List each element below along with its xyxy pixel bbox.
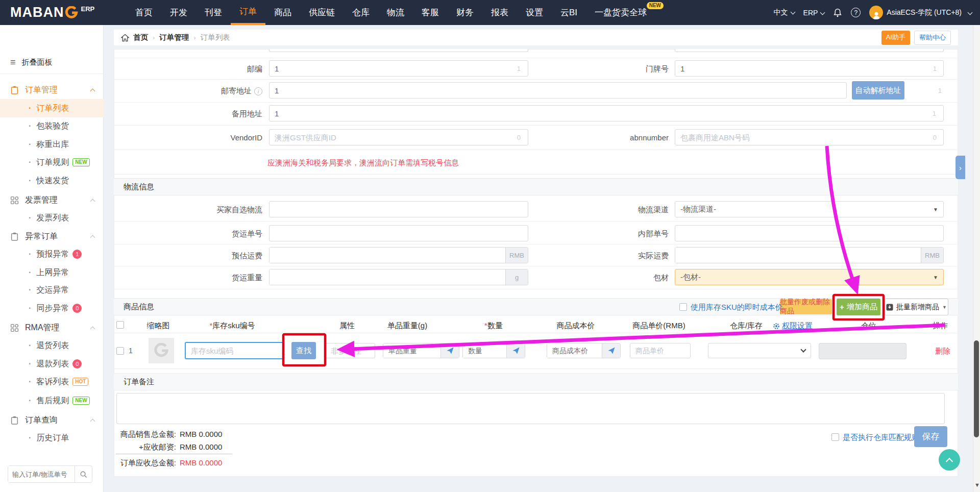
sidebar-group-rma-mgmt[interactable]: RMA管理 <box>0 318 104 337</box>
sidebar-group-invoice-mgmt[interactable]: 发票管理 <box>0 191 104 209</box>
sidebar-group-order-mgmt[interactable]: 订单管理 <box>0 81 104 99</box>
menu-orders[interactable]: 订单 <box>231 0 265 25</box>
buyer-logistics-input[interactable] <box>269 201 528 217</box>
menu-develop[interactable]: 开发 <box>161 0 196 25</box>
warehouse-select[interactable] <box>708 343 811 358</box>
permission-settings-link[interactable]: 权限设置 <box>773 321 813 331</box>
sidebar-item-sync-abnormal[interactable]: ·同步异常 0 <box>0 299 104 317</box>
row-index: 1 <box>129 347 133 355</box>
sidebar-item-order-rules[interactable]: ·订单规则 NEW <box>0 153 104 171</box>
menu-global-stock[interactable]: 一盘货卖全球 NEW <box>586 0 655 25</box>
collapse-panel-button[interactable]: ≡ 折叠面板 <box>0 53 104 71</box>
menu-reports[interactable]: 报表 <box>482 0 517 25</box>
mabang-logo[interactable]: MABAN ERP <box>0 0 127 25</box>
help-center-button[interactable]: 帮助中心 <box>914 31 951 45</box>
sidebar-item-invoice-list[interactable]: ·发票列表 <box>0 209 104 227</box>
select-all-checkbox[interactable] <box>116 321 124 329</box>
sku-code-input[interactable] <box>185 342 284 359</box>
gear-icon <box>773 323 780 330</box>
delete-row-link[interactable]: 删除 <box>935 347 950 356</box>
help-icon[interactable]: ? <box>851 8 861 17</box>
unit-weight-input[interactable] <box>383 343 440 358</box>
send-qty-button[interactable] <box>506 343 525 358</box>
vendor-id-label: VendorID <box>150 133 262 142</box>
attr-input[interactable] <box>325 343 375 358</box>
expand-panel-tab[interactable]: › <box>955 156 965 179</box>
menu-logistics[interactable]: 物流 <box>378 0 413 25</box>
sku-search-button[interactable]: 查找 <box>291 342 316 359</box>
sidebar-group-order-query[interactable]: 订单查询 <box>0 411 104 429</box>
batch-add-icon <box>886 304 893 311</box>
send-cost-button[interactable] <box>602 343 620 358</box>
breadcrumb-home[interactable]: 首页 <box>133 33 148 42</box>
warehouse-rule-label[interactable]: 是否执行仓库匹配规则 <box>843 433 919 442</box>
tracking-number-input[interactable] <box>269 225 528 241</box>
menu-supply-chain[interactable]: 供应链 <box>300 0 344 25</box>
sidebar-item-order-list[interactable]: ·订单列表 <box>0 99 104 117</box>
chevron-up-icon <box>90 327 95 332</box>
sidebar-item-quick-ship[interactable]: ·快速发货 <box>0 171 104 190</box>
order-search-input[interactable] <box>8 466 75 482</box>
bell-icon[interactable] <box>833 8 842 17</box>
menu-warehouse[interactable]: 仓库 <box>344 0 378 25</box>
mail-address-label-wrap: 邮寄地址 i <box>150 86 262 96</box>
packing-material-select[interactable]: -包材-▼ <box>675 269 944 285</box>
zip-input[interactable] <box>269 60 528 77</box>
menu-settings[interactable]: 设置 <box>517 0 552 25</box>
menu-products[interactable]: 商品 <box>265 0 300 25</box>
clipped-input[interactable] <box>675 49 944 52</box>
sidebar-item-complaint-list[interactable]: ·客诉列表 HOT <box>0 373 104 391</box>
backup-address-input[interactable] <box>269 105 944 121</box>
send-weight-button[interactable] <box>440 343 459 358</box>
mail-address-input[interactable] <box>269 82 847 99</box>
estimated-freight-input[interactable] <box>270 248 505 263</box>
sidebar-item-history-orders[interactable]: ·历史订单 <box>0 429 104 447</box>
logistics-channel-select[interactable]: -物流渠道-▼ <box>675 201 944 217</box>
qty-group <box>462 343 525 358</box>
abn-number-input[interactable] <box>675 129 944 145</box>
internal-number-input[interactable] <box>675 225 944 241</box>
freight-weight-input[interactable] <box>270 269 505 285</box>
clipped-input[interactable] <box>269 49 528 52</box>
user-account[interactable]: AsiaECS-学院 (UTC+8) <box>869 6 972 19</box>
auto-parse-address-button[interactable]: 自动解析地址 <box>852 81 904 100</box>
sidebar-item-pack-check[interactable]: ·包装验货 <box>0 117 104 135</box>
actual-freight-input[interactable] <box>675 248 921 263</box>
menu-cloud-bi[interactable]: 云BI <box>552 0 586 25</box>
back-to-top-button[interactable] <box>939 449 960 471</box>
breadcrumb-section[interactable]: 订单管理 <box>159 33 189 42</box>
sidebar-item-return-list[interactable]: ·退货列表 <box>0 336 104 355</box>
scrollbar-thumb[interactable] <box>974 340 979 437</box>
sidebar-item-weigh-outbound[interactable]: ·称重出库 <box>0 135 104 154</box>
sidebar-item-refund-list[interactable]: ·退款列表 0 <box>0 355 104 373</box>
house-number-input[interactable] <box>675 60 944 77</box>
save-button[interactable]: 保存 <box>914 426 947 447</box>
order-remark-textarea[interactable] <box>116 393 945 424</box>
use-stock-cost-label[interactable]: 使用库存SKU的即时成本价 <box>691 303 783 312</box>
language-selector[interactable]: 中文 <box>774 8 795 17</box>
add-product-button[interactable]: + 增加商品 <box>837 299 880 315</box>
use-stock-cost-checkbox[interactable] <box>679 303 687 311</box>
menu-finance[interactable]: 财务 <box>448 0 482 25</box>
ai-assistant-button[interactable]: AI助手 <box>881 31 910 45</box>
sidebar-item-online-abnormal[interactable]: ·上网异常 <box>0 263 104 282</box>
menu-service[interactable]: 客服 <box>413 0 448 25</box>
menu-listing[interactable]: 刊登 <box>196 0 231 25</box>
erp-selector[interactable]: ERP <box>803 9 825 17</box>
info-icon[interactable]: i <box>254 87 262 95</box>
sidebar-group-abnormal-orders[interactable]: 异常订单 <box>0 227 104 245</box>
sidebar-item-delivery-abnormal[interactable]: ·交运异常 <box>0 281 104 299</box>
search-button[interactable] <box>75 466 92 482</box>
menu-home[interactable]: 首页 <box>127 0 161 25</box>
batch-void-delete-button[interactable]: 批量作废或删除商品 <box>780 299 832 314</box>
cost-input[interactable] <box>547 343 602 358</box>
row-checkbox[interactable] <box>116 347 124 355</box>
batch-add-product-button[interactable]: 批量新增商品 ▼ <box>885 299 948 315</box>
sidebar-item-aftersale-rules[interactable]: ·售后规则 NEW <box>0 391 104 410</box>
scrollbar-down-arrow[interactable]: ▼ <box>974 482 980 488</box>
price-input[interactable] <box>630 343 691 358</box>
sidebar-item-forecast-abnormal[interactable]: ·预报异常 1 <box>0 245 104 263</box>
warehouse-rule-checkbox[interactable] <box>831 433 839 441</box>
qty-input[interactable] <box>463 343 506 358</box>
vendor-id-input[interactable] <box>269 129 528 145</box>
